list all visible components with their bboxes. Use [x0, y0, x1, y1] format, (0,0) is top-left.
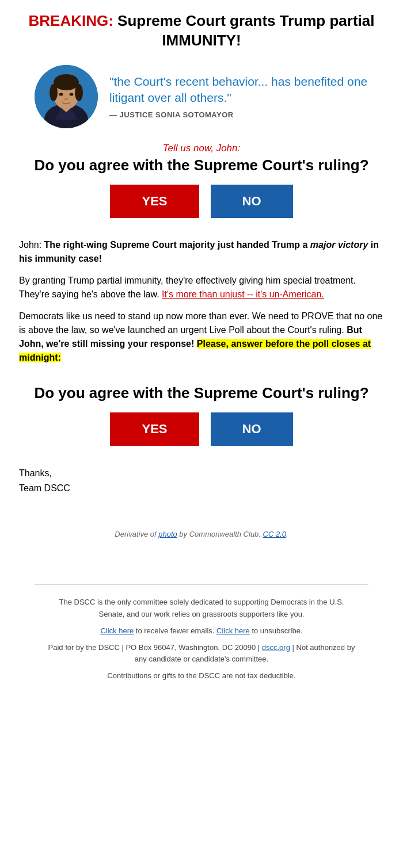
footer-paid-text: Paid for by the DSCC | PO Box 96047, Was… [48, 643, 262, 652]
breaking-label: BREAKING: [29, 12, 113, 29]
thanks-line2: Team DSCC [19, 481, 384, 496]
second-poll-section: Do you agree with the Supreme Court's ru… [0, 378, 403, 457]
thanks-section: Thanks, Team DSCC [0, 457, 403, 501]
footer: The DSCC is the only committee solely de… [0, 585, 403, 698]
body-para3: Democrats like us need to stand up now m… [19, 309, 384, 365]
footer-paid-for: Paid for by the DSCC | PO Box 96047, Was… [46, 642, 357, 666]
footer-contributions: Contributions or gifts to the DSCC are n… [46, 670, 357, 682]
body-para1-italic: major victory [310, 240, 368, 250]
first-no-button[interactable]: NO [211, 185, 293, 218]
body-para3-text: Democrats like us need to stand up now m… [19, 311, 382, 335]
svg-point-4 [54, 74, 79, 90]
svg-point-5 [50, 84, 58, 101]
body-para2-unamerican: It's more than unjust -- it's un-America… [162, 289, 324, 299]
photo-credit-middle: by Commonwealth Club. [177, 530, 263, 538]
photo-credit: Derivative of photo by Commonwealth Club… [0, 501, 403, 550]
body-para2: By granting Trump partial immunity, they… [19, 274, 384, 301]
first-yes-button[interactable]: YES [110, 185, 199, 218]
second-poll-question: Do you agree with the Supreme Court's ru… [23, 384, 380, 402]
quote-section: "the Court's recent behavior... has bene… [0, 56, 403, 137]
svg-point-9 [64, 98, 68, 100]
second-poll-buttons: YES NO [23, 412, 380, 446]
quote-attribution: — JUSTICE SONIA SOTOMAYOR [109, 110, 368, 119]
svg-point-7 [59, 93, 63, 95]
footer-email-options: Click here to receive fewer emails. Clic… [46, 625, 357, 637]
second-yes-button[interactable]: YES [110, 412, 199, 446]
photo-credit-before: Derivative of [115, 530, 158, 538]
click-here-fewer-link[interactable]: Click here [100, 626, 134, 635]
body-para1-bold: The right-wing Supreme Court majority ju… [19, 240, 379, 263]
svg-point-8 [70, 93, 74, 95]
quote-text-block: "the Court's recent behavior... has bene… [109, 74, 368, 120]
quote-main: "the Court's recent behavior... has bene… [109, 74, 368, 106]
breaking-text: Supreme Court grants Trump partial IMMUN… [113, 12, 375, 49]
footer-unsub-text: to unsubscribe. [250, 626, 303, 635]
svg-point-6 [75, 84, 83, 101]
body-text: John: The right-wing Supreme Court major… [0, 227, 403, 378]
thanks-line1: Thanks, [19, 466, 384, 481]
avatar [35, 65, 98, 128]
body-para1-prefix: John: [19, 240, 44, 250]
footer-description: The DSCC is the only committee solely de… [46, 596, 357, 621]
header: BREAKING: Supreme Court grants Trump par… [0, 0, 403, 56]
photo-credit-after: . [286, 530, 288, 538]
body-para1: John: The right-wing Supreme Court major… [19, 238, 384, 266]
photo-link[interactable]: photo [158, 530, 177, 538]
dscc-link[interactable]: dscc.org [262, 643, 290, 652]
breaking-line: BREAKING: Supreme Court grants Trump par… [23, 12, 380, 51]
footer-fewer-text: to receive fewer emails. [134, 626, 216, 635]
second-no-button[interactable]: NO [211, 412, 293, 446]
first-poll-section: Tell us now, John: Do you agree with the… [0, 137, 403, 227]
first-poll-question: Do you agree with the Supreme Court's ru… [23, 156, 380, 174]
email-container: BREAKING: Supreme Court grants Trump par… [0, 0, 403, 698]
click-here-unsub-link[interactable]: Click here [216, 626, 250, 635]
first-poll-buttons: YES NO [23, 185, 380, 218]
cc-link[interactable]: CC 2.0 [263, 530, 286, 538]
tell-us-label: Tell us now, John: [23, 143, 380, 154]
